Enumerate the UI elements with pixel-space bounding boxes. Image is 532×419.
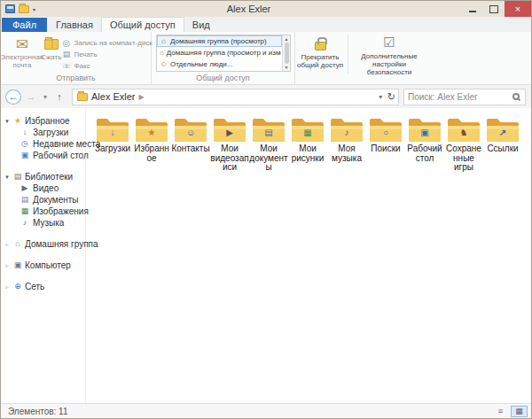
sidebar-section-Избранное[interactable]: ▾Избранное xyxy=(1,115,85,127)
folder-tile[interactable]: Мои документы xyxy=(249,113,288,173)
zip-folder-icon xyxy=(44,39,59,50)
folder-tile[interactable]: Мои видеозаписи xyxy=(210,113,249,173)
share-option[interactable]: Домашняя группа (просмотр) xyxy=(157,35,282,47)
favorites-star-icon xyxy=(12,117,23,125)
collapsed-arrow-icon[interactable]: ▹ xyxy=(4,262,11,269)
pictures-folder-icon-glyph xyxy=(290,127,325,139)
scroll-up-icon[interactable]: ▲ xyxy=(285,36,289,42)
sidebar-item-Изображения[interactable]: Изображения xyxy=(1,206,85,217)
sidebar-section-Компьютер[interactable]: ▹Компьютер xyxy=(1,260,85,271)
folder-tile-label: Поиски xyxy=(366,144,405,154)
tab-home[interactable]: Главная xyxy=(48,18,101,32)
share-with-list: Домашняя группа (просмотр)Домашняя групп… xyxy=(157,35,282,71)
pictures-folder-icon xyxy=(290,115,325,144)
folder-tile[interactable]: Сохраненные игры xyxy=(444,113,483,173)
up-button[interactable]: ↑ xyxy=(51,89,67,105)
qat-folder-icon[interactable] xyxy=(19,5,29,13)
folder-tile[interactable]: Избранное xyxy=(132,113,171,163)
quick-access-toolbar: ▾ xyxy=(1,4,35,13)
tab-share[interactable]: Общий доступ xyxy=(101,17,184,32)
close-button[interactable]: × xyxy=(505,1,531,17)
collapsed-arrow-icon[interactable]: ▹ xyxy=(4,241,11,248)
folder-tile-label: Мои рисунки xyxy=(288,144,327,163)
share-option[interactable]: Домашняя группа (просмотр и изменение) xyxy=(157,47,282,58)
expanded-arrow-icon[interactable]: ▾ xyxy=(4,118,11,125)
folder-tile[interactable]: Поиски xyxy=(366,113,405,154)
scroll-thumb[interactable] xyxy=(285,43,289,64)
videos-folder-icon-glyph xyxy=(212,127,247,139)
folder-tile[interactable]: Мои рисунки xyxy=(288,113,327,163)
details-view-button[interactable]: ≡ xyxy=(492,406,509,417)
music-library-icon xyxy=(20,219,30,227)
share-group-label: Общий доступ xyxy=(152,74,294,84)
folder-tile[interactable]: Ссылки xyxy=(483,113,522,154)
stop-sharing-button[interactable]: Прекратить общий доступ xyxy=(295,32,345,76)
address-bar[interactable]: Alex Exler ▶ ▼ ↻ xyxy=(72,89,399,105)
network-icon xyxy=(12,283,23,291)
documents-folder-icon xyxy=(251,115,286,144)
lock-icon xyxy=(315,42,326,50)
sidebar-section-Домашняя группа[interactable]: ▹Домашняя группа xyxy=(1,238,85,250)
fax-icon xyxy=(61,62,71,70)
minimize-button[interactable] xyxy=(462,1,483,17)
maximize-button[interactable] xyxy=(483,1,505,17)
refresh-icon[interactable]: ↻ xyxy=(387,91,395,103)
icons-view-button[interactable]: ▦ xyxy=(511,406,528,417)
sidebar-item-Недавние места[interactable]: Недавние места xyxy=(1,138,85,150)
sidebar-item-Загрузки[interactable]: Загрузки xyxy=(1,127,85,138)
print-icon xyxy=(61,50,71,58)
folder-tile[interactable]: Контакты xyxy=(171,113,210,154)
libraries-icon xyxy=(12,173,23,181)
folder-tile[interactable]: Загрузки xyxy=(93,113,132,154)
expanded-arrow-icon[interactable]: ▾ xyxy=(4,174,11,181)
documents-library-icon xyxy=(20,196,30,204)
print-button[interactable]: Печать xyxy=(61,49,152,60)
desktop-folder-icon-glyph xyxy=(407,127,442,139)
forward-button[interactable]: → xyxy=(23,89,39,105)
search-input[interactable] xyxy=(404,92,512,102)
downloads-folder-icon-glyph xyxy=(95,127,130,139)
fax-button[interactable]: Факс xyxy=(61,60,152,72)
navigation-pane: ▾ИзбранноеЗагрузкиНедавние местаРабочий … xyxy=(1,108,86,403)
folder-tile[interactable]: Рабочий стол xyxy=(405,113,444,163)
sidebar-item-Музыка[interactable]: Музыка xyxy=(1,217,85,229)
content-area[interactable]: Загрузки Избранное Контакты Мои видеозап… xyxy=(86,108,531,403)
burn-disc-button[interactable]: Запись на компакт-диск xyxy=(61,37,152,49)
folder-tile[interactable]: Моя музыка xyxy=(327,113,366,163)
recent-locations-dropdown-icon[interactable]: ▼ xyxy=(41,89,50,105)
share-list-scrollbar[interactable]: ▲ ▼ xyxy=(282,35,290,71)
explorer-window: ▾ Alex Exler × ФайлГлавнаяОбщий доступВи… xyxy=(0,0,532,419)
links-folder-icon xyxy=(485,115,520,144)
sidebar-item-label: Изображения xyxy=(33,206,89,216)
folder-grid: Загрузки Избранное Контакты Мои видеозап… xyxy=(93,113,531,173)
burn-disc-icon xyxy=(61,39,71,48)
explorer-app-icon[interactable] xyxy=(5,4,15,13)
breadcrumb-path[interactable]: Alex Exler xyxy=(91,91,136,102)
homegroup-icon xyxy=(160,38,168,45)
share-option[interactable]: Отдельные люди... xyxy=(157,58,282,70)
tab-file[interactable]: Файл xyxy=(2,18,47,32)
folder-tile-label: Мои видеозаписи xyxy=(210,144,249,173)
sidebar-section-Библиотеки[interactable]: ▾Библиотеки xyxy=(1,171,85,182)
folder-tile-label: Моя музыка xyxy=(327,144,366,163)
zip-button[interactable]: Сжать xyxy=(41,34,61,74)
sidebar-item-Документы[interactable]: Документы xyxy=(1,194,85,206)
sidebar-section-Сеть[interactable]: ▹Сеть xyxy=(1,281,85,292)
advanced-security-button[interactable]: Дополнительные настройки безопасности xyxy=(351,32,427,76)
tab-view[interactable]: Вид xyxy=(184,18,218,32)
scroll-down-icon[interactable]: ▼ xyxy=(285,65,289,70)
address-dropdown-icon[interactable]: ▼ xyxy=(378,94,384,100)
saved-games-folder-icon-glyph xyxy=(446,127,481,139)
breadcrumb-chevron-icon[interactable]: ▶ xyxy=(139,93,145,101)
folder-tile-label: Ссылки xyxy=(483,144,522,154)
folder-tile-label: Мои документы xyxy=(249,144,288,173)
collapsed-arrow-icon[interactable]: ▹ xyxy=(4,283,11,291)
email-button[interactable]: Электронная почта xyxy=(4,34,41,74)
contacts-folder-icon-glyph xyxy=(173,127,208,139)
window-title: Alex Exler xyxy=(35,4,462,14)
video-library-icon xyxy=(20,184,30,192)
breadcrumb-folder-icon xyxy=(77,93,88,101)
back-button[interactable]: ← xyxy=(5,89,21,105)
sidebar-item-Видео[interactable]: Видео xyxy=(1,182,85,194)
sidebar-item-Рабочий стол[interactable]: Рабочий стол xyxy=(1,150,85,161)
